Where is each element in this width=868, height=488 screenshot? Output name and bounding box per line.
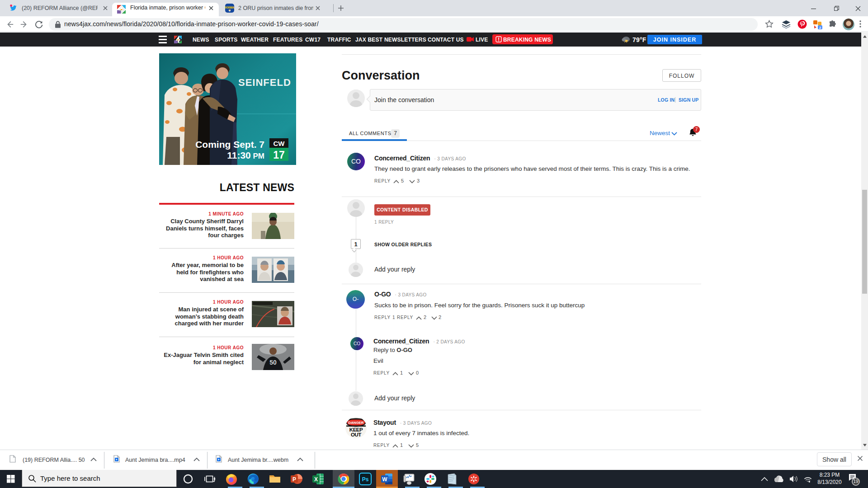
svg-text:11:30 PM: 11:30 PM <box>227 150 264 160</box>
svg-text:Ps: Ps <box>362 476 369 483</box>
svg-text:17: 17 <box>273 149 285 161</box>
svg-text:DANGER: DANGER <box>349 421 364 425</box>
svg-text:OUT: OUT <box>351 432 361 437</box>
svg-text:50: 50 <box>269 359 277 366</box>
svg-text:X: X <box>314 476 318 483</box>
svg-text:P: P <box>292 476 296 483</box>
svg-text:Coming Sept. 7: Coming Sept. 7 <box>195 139 264 150</box>
svg-text:W: W <box>382 476 387 483</box>
svg-text:2: 2 <box>819 26 821 30</box>
svg-text:SEINFELD: SEINFELD <box>238 77 291 88</box>
svg-text:KNWA: KNWA <box>225 6 234 9</box>
svg-text:CW: CW <box>274 140 285 147</box>
